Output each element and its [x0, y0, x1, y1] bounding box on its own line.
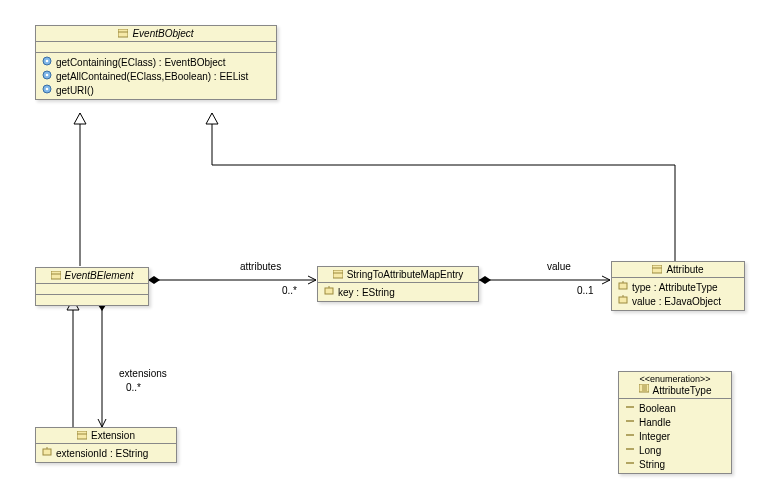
op-text: getContaining(EClass) : EventBObject	[56, 57, 226, 68]
class-eventbobject-name: EventBObject	[132, 28, 193, 39]
attr-text: value : EJavaObject	[632, 296, 721, 307]
attribute-icon	[42, 447, 52, 459]
attribute-icon	[324, 286, 334, 298]
class-extension: Extension extensionId : EString	[35, 427, 177, 463]
lit-text: Integer	[639, 431, 670, 442]
literal-icon	[625, 402, 635, 414]
edge-extensions-card: 0..*	[126, 382, 141, 393]
literal-icon	[625, 416, 635, 428]
class-attribute: Attribute type : AttributeType value : E…	[611, 261, 745, 311]
lit-text: Long	[639, 445, 661, 456]
operation-icon	[42, 84, 52, 96]
op-text: getAllContained(EClass,EBoolean) : EELis…	[56, 71, 248, 82]
class-eventbobject: EventBObject getContaining(EClass) : Eve…	[35, 25, 277, 100]
edge-extensions-label: extensions	[119, 368, 167, 379]
class-icon	[652, 265, 662, 275]
enum-attributetype: <<enumeration>> AttributeType Boolean Ha…	[618, 371, 732, 474]
class-extension-name: Extension	[91, 430, 135, 441]
class-icon	[333, 270, 343, 280]
class-eventbelement: EventBElement	[35, 267, 149, 306]
literal-icon	[625, 458, 635, 470]
class-stringtoattr: StringToAttributeMapEntry key : EString	[317, 266, 479, 302]
op-text: getURI()	[56, 85, 94, 96]
enum-icon	[639, 384, 649, 396]
literal-icon	[625, 444, 635, 456]
edge-value-card: 0..1	[577, 285, 594, 296]
enum-attributetype-name: AttributeType	[653, 385, 712, 396]
class-attribute-name: Attribute	[666, 264, 703, 275]
attribute-icon	[618, 281, 628, 293]
lit-text: Boolean	[639, 403, 676, 414]
class-eventbelement-name: EventBElement	[65, 270, 134, 281]
class-icon	[118, 29, 128, 39]
lit-text: String	[639, 459, 665, 470]
attr-text: key : EString	[338, 287, 395, 298]
edge-value-label: value	[547, 261, 571, 272]
class-icon	[51, 271, 61, 281]
class-icon	[77, 431, 87, 441]
lit-text: Handle	[639, 417, 671, 428]
attribute-icon	[618, 295, 628, 307]
enum-stereotype: <<enumeration>>	[623, 374, 727, 384]
operation-icon	[42, 56, 52, 68]
edge-attributes-label: attributes	[240, 261, 281, 272]
operation-icon	[42, 70, 52, 82]
attr-text: type : AttributeType	[632, 282, 718, 293]
class-stringtoattr-name: StringToAttributeMapEntry	[347, 269, 464, 280]
attr-text: extensionId : EString	[56, 448, 148, 459]
literal-icon	[625, 430, 635, 442]
edge-attributes-card: 0..*	[282, 285, 297, 296]
